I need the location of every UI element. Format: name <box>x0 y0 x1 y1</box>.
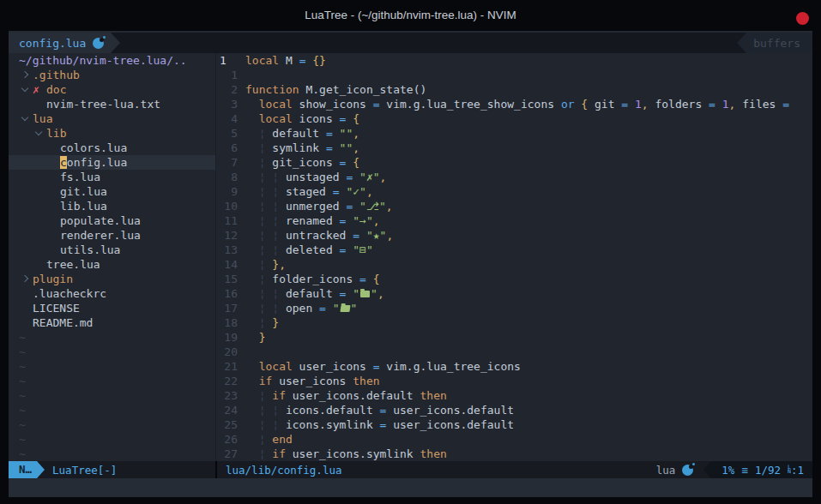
code-line[interactable]: 16 ¦ ¦ default = "", <box>216 286 812 301</box>
tree-item[interactable]: tree.lua <box>9 257 215 272</box>
main-area: ~/github/nvim-tree.lua/...github✗docnvim… <box>9 53 812 461</box>
code-line[interactable]: 13 ¦ ¦ deleted = "⊟" <box>216 243 812 257</box>
empty-line-tilde: ~ <box>9 403 215 417</box>
chevron-placeholder <box>46 243 60 257</box>
empty-line-tilde: ~ <box>9 330 215 345</box>
line-number: 5 <box>216 126 238 141</box>
line-number: 14 <box>216 257 238 272</box>
empty-line-tilde: ~ <box>9 345 215 359</box>
tree-item[interactable]: config.lua <box>9 155 215 170</box>
code-line[interactable]: 1 <box>216 68 812 82</box>
tree-root-path[interactable]: ~/github/nvim-tree.lua/.. <box>9 53 215 68</box>
tree-item[interactable]: plugin <box>9 272 215 286</box>
tree-item[interactable]: LICENSE <box>9 301 215 315</box>
code-line[interactable]: 24 ¦ ¦ icons.default = user_icons.defaul… <box>216 403 812 417</box>
tree-item[interactable]: ✗doc <box>9 82 215 97</box>
tree-item[interactable]: nvim-tree-lua.txt <box>9 97 215 111</box>
code-line[interactable]: 2function M.get_icon_state() <box>216 82 812 97</box>
chevron-placeholder <box>46 170 60 184</box>
code-line[interactable]: 22 if user_icons then <box>216 374 812 388</box>
chevron-placeholder <box>19 286 33 301</box>
tab-config-lua[interactable]: config.lua <box>9 33 111 53</box>
code-line[interactable]: 18 ¦ } <box>216 315 812 330</box>
line-number: 23 <box>216 388 238 403</box>
code-line[interactable]: 11 ¦ ¦ renamed = "→", <box>216 213 812 228</box>
code-line[interactable]: 15 ¦ folder_icons = { <box>216 272 812 286</box>
lines-icon: ≡ <box>741 464 748 477</box>
code-line[interactable]: 19 } <box>216 330 812 345</box>
tree-item[interactable]: lib.lua <box>9 199 215 213</box>
tree-item-label: lua <box>33 111 52 126</box>
chevron-right-icon[interactable] <box>19 68 33 82</box>
tree-item-label: ~/github/nvim-tree.lua/.. <box>19 53 187 68</box>
code-line[interactable]: 21 local user_icons = vim.g.lua_tree_ico… <box>216 359 812 374</box>
tree-item-label: doc <box>46 82 66 97</box>
tree-item[interactable]: README.md <box>9 315 215 330</box>
code-line[interactable]: 27 ¦ if user_icons.symlink then <box>216 447 812 461</box>
window-title: LuaTree - (~/github/nvim-tree.lua) - NVI… <box>0 0 821 31</box>
code-line[interactable]: 5 ¦ default = "", <box>216 126 812 141</box>
tree-item[interactable]: .github <box>9 68 215 82</box>
tree-item[interactable]: renderer.lua <box>9 228 215 243</box>
line-number: 9 <box>216 184 238 199</box>
code-line[interactable]: 1local M = {} <box>216 53 812 68</box>
line-number: 2 <box>216 82 238 97</box>
tree-item[interactable]: colors.lua <box>9 141 215 155</box>
empty-line-tilde: ~ <box>9 359 215 374</box>
tree-item[interactable]: lib <box>9 126 215 141</box>
line-number: 13 <box>216 243 238 257</box>
chevron-down-icon[interactable] <box>19 82 33 97</box>
command-line <box>9 478 812 497</box>
line-number: 24 <box>216 403 238 417</box>
chevron-placeholder <box>33 97 46 111</box>
code-line[interactable]: 4 local icons = { <box>216 111 812 126</box>
chevron-placeholder <box>19 315 33 330</box>
tree-item-label: colors.lua <box>60 141 127 155</box>
line-number: 25 <box>216 417 238 432</box>
tree-item-label: lib.lua <box>60 199 107 213</box>
chevron-right-icon[interactable] <box>19 272 33 286</box>
code-line[interactable]: 10 ¦ ¦ unmerged = "⎇", <box>216 199 812 213</box>
close-button[interactable] <box>796 12 809 25</box>
empty-line-tilde: ~ <box>9 432 215 447</box>
tree-item[interactable]: utils.lua <box>9 243 215 257</box>
nvim-window: config.lua buffers ~/github/nvim-tree.lu… <box>9 31 812 497</box>
empty-line-tilde: ~ <box>9 447 215 461</box>
code-line[interactable]: 8 ¦ ¦ unstaged = "✗", <box>216 170 812 184</box>
code-line[interactable]: 9 ¦ ¦ staged = "✓", <box>216 184 812 199</box>
tree-item[interactable]: git.lua <box>9 184 215 199</box>
empty-line-tilde: ~ <box>9 417 215 432</box>
mode-arrow-separator <box>37 461 45 478</box>
code-line[interactable]: 20 <box>216 345 812 359</box>
code-line[interactable]: 26 ¦ end <box>216 432 812 447</box>
line-number: 15 <box>216 272 238 286</box>
chevron-down-icon[interactable] <box>19 111 33 126</box>
statusline-metrics: 1% ≡ 1/92 LN:1 <box>711 461 812 478</box>
code-line[interactable]: 12 ¦ ¦ untracked = "★", <box>216 228 812 243</box>
code-line[interactable]: 23 ¦ if user_icons.default then <box>216 388 812 403</box>
tree-item-label: plugin <box>33 272 73 286</box>
code-line[interactable]: 17 ¦ ¦ open = "" <box>216 301 812 315</box>
line-number: 18 <box>216 315 238 330</box>
chevron-down-icon[interactable] <box>33 126 46 141</box>
chevron-placeholder <box>19 301 33 315</box>
tree-item[interactable]: .luacheckrc <box>9 286 215 301</box>
code-line[interactable]: 7 ¦ git_icons = { <box>216 155 812 170</box>
file-tree: ~/github/nvim-tree.lua/...github✗docnvim… <box>9 53 215 461</box>
code-line[interactable]: 3 local show_icons = vim.g.lua_tree_show… <box>216 97 812 111</box>
line-number: 20 <box>216 345 238 359</box>
line-number: 21 <box>216 359 238 374</box>
line-number: 19 <box>216 330 238 345</box>
code-line[interactable]: 14 ¦ }, <box>216 257 812 272</box>
statusline-buffer-name: LuaTree[-] <box>52 464 117 477</box>
buffers-label[interactable]: buffers <box>746 33 812 53</box>
code-line[interactable]: 25 ¦ ¦ icons.symlink = user_icons.defaul… <box>216 417 812 432</box>
tree-item[interactable]: fs.lua <box>9 170 215 184</box>
tree-item[interactable]: lua <box>9 111 215 126</box>
tree-item-label: git.lua <box>60 184 107 199</box>
code-line[interactable]: 6 ¦ symlink = "", <box>216 141 812 155</box>
statusline-file-section: lua/lib/config.lua lua 1% ≡ 1/92 LN:1 <box>217 461 812 478</box>
buffers-arrow-separator <box>737 33 746 53</box>
tree-item[interactable]: populate.lua <box>9 213 215 228</box>
line-number: 7 <box>216 155 238 170</box>
